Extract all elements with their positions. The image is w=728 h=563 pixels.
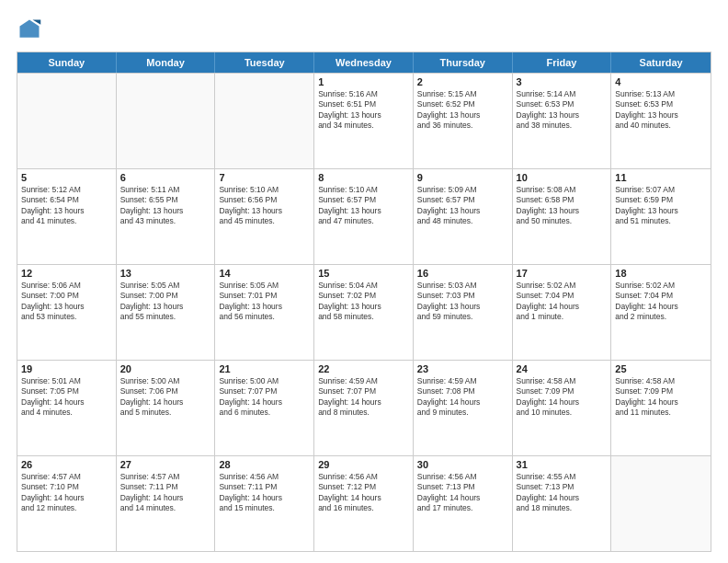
page: SundayMondayTuesdayWednesdayThursdayFrid… <box>0 0 728 563</box>
day-number: 10 <box>517 172 608 183</box>
cell-text: Sunrise: 5:05 AMSunset: 7:00 PMDaylight:… <box>120 281 211 323</box>
calendar-row-3: 19Sunrise: 5:01 AMSunset: 7:05 PMDayligh… <box>17 360 711 455</box>
cell-text: Sunrise: 4:58 AMSunset: 7:09 PMDaylight:… <box>615 376 707 419</box>
calendar-cell: 19Sunrise: 5:01 AMSunset: 7:05 PMDayligh… <box>17 361 117 455</box>
calendar-cell: 7Sunrise: 5:10 AMSunset: 6:56 PMDaylight… <box>215 169 314 264</box>
calendar-cell: 26Sunrise: 4:57 AMSunset: 7:10 PMDayligh… <box>17 456 117 551</box>
cell-text: Sunrise: 5:12 AMSunset: 6:54 PMDaylight:… <box>21 185 112 227</box>
calendar-cell: 17Sunrise: 5:02 AMSunset: 7:04 PMDayligh… <box>513 265 612 360</box>
day-number: 25 <box>615 363 707 374</box>
logo-icon <box>17 17 42 42</box>
svg-marker-0 <box>20 20 40 38</box>
calendar-cell <box>611 456 711 551</box>
day-number: 9 <box>417 172 508 183</box>
cell-text: Sunrise: 5:07 AMSunset: 6:59 PMDaylight:… <box>615 185 707 227</box>
calendar-header-wednesday: Wednesday <box>314 52 414 73</box>
calendar-header-saturday: Saturday <box>611 52 711 73</box>
day-number: 14 <box>219 268 310 279</box>
calendar-cell <box>215 74 314 168</box>
cell-text: Sunrise: 4:59 AMSunset: 7:08 PMDaylight:… <box>417 376 508 419</box>
day-number: 7 <box>219 172 310 183</box>
day-number: 22 <box>318 363 409 374</box>
day-number: 1 <box>318 76 409 87</box>
calendar-cell: 15Sunrise: 5:04 AMSunset: 7:02 PMDayligh… <box>314 265 414 360</box>
calendar: SundayMondayTuesdayWednesdayThursdayFrid… <box>17 52 711 552</box>
cell-text: Sunrise: 4:58 AMSunset: 7:09 PMDaylight:… <box>517 376 608 419</box>
cell-text: Sunrise: 4:55 AMSunset: 7:13 PMDaylight:… <box>517 472 608 514</box>
day-number: 11 <box>615 172 707 183</box>
calendar-row-2: 12Sunrise: 5:06 AMSunset: 7:00 PMDayligh… <box>17 264 711 360</box>
calendar-cell: 28Sunrise: 4:56 AMSunset: 7:11 PMDayligh… <box>215 456 314 551</box>
cell-text: Sunrise: 5:06 AMSunset: 7:00 PMDaylight:… <box>21 281 112 323</box>
day-number: 12 <box>21 268 112 279</box>
day-number: 24 <box>517 363 608 374</box>
day-number: 28 <box>219 459 310 470</box>
calendar-cell: 1Sunrise: 5:16 AMSunset: 6:51 PMDaylight… <box>314 74 414 168</box>
day-number: 16 <box>417 268 508 279</box>
calendar-row-0: 1Sunrise: 5:16 AMSunset: 6:51 PMDaylight… <box>17 73 711 168</box>
cell-text: Sunrise: 5:00 AMSunset: 7:07 PMDaylight:… <box>219 376 310 419</box>
calendar-header-tuesday: Tuesday <box>215 52 314 73</box>
day-number: 27 <box>120 459 211 470</box>
calendar-cell: 14Sunrise: 5:05 AMSunset: 7:01 PMDayligh… <box>215 265 314 360</box>
day-number: 29 <box>318 459 409 470</box>
cell-text: Sunrise: 5:02 AMSunset: 7:04 PMDaylight:… <box>517 281 608 323</box>
cell-text: Sunrise: 5:13 AMSunset: 6:53 PMDaylight:… <box>615 89 707 132</box>
calendar-cell: 23Sunrise: 4:59 AMSunset: 7:08 PMDayligh… <box>414 361 513 455</box>
calendar-cell: 3Sunrise: 5:14 AMSunset: 6:53 PMDaylight… <box>513 74 612 168</box>
calendar-cell: 12Sunrise: 5:06 AMSunset: 7:00 PMDayligh… <box>17 265 117 360</box>
cell-text: Sunrise: 5:02 AMSunset: 7:04 PMDaylight:… <box>615 281 707 323</box>
calendar-cell: 13Sunrise: 5:05 AMSunset: 7:00 PMDayligh… <box>117 265 216 360</box>
calendar-cell <box>117 74 216 168</box>
day-number: 31 <box>517 459 608 470</box>
cell-text: Sunrise: 5:08 AMSunset: 6:58 PMDaylight:… <box>517 185 608 227</box>
calendar-cell: 9Sunrise: 5:09 AMSunset: 6:57 PMDaylight… <box>414 169 513 264</box>
day-number: 17 <box>517 268 608 279</box>
calendar-cell: 20Sunrise: 5:00 AMSunset: 7:06 PMDayligh… <box>117 361 216 455</box>
cell-text: Sunrise: 5:03 AMSunset: 7:03 PMDaylight:… <box>417 281 508 323</box>
cell-text: Sunrise: 4:59 AMSunset: 7:07 PMDaylight:… <box>318 376 409 419</box>
day-number: 20 <box>120 363 211 374</box>
calendar-body: 1Sunrise: 5:16 AMSunset: 6:51 PMDaylight… <box>17 73 711 551</box>
calendar-header-monday: Monday <box>117 52 216 73</box>
cell-text: Sunrise: 5:05 AMSunset: 7:01 PMDaylight:… <box>219 281 310 323</box>
calendar-cell: 18Sunrise: 5:02 AMSunset: 7:04 PMDayligh… <box>611 265 711 360</box>
cell-text: Sunrise: 5:14 AMSunset: 6:53 PMDaylight:… <box>517 89 608 132</box>
calendar-cell: 24Sunrise: 4:58 AMSunset: 7:09 PMDayligh… <box>513 361 612 455</box>
cell-text: Sunrise: 4:56 AMSunset: 7:13 PMDaylight:… <box>417 472 508 514</box>
calendar-cell <box>17 74 117 168</box>
day-number: 8 <box>318 172 409 183</box>
calendar-cell: 5Sunrise: 5:12 AMSunset: 6:54 PMDaylight… <box>17 169 117 264</box>
cell-text: Sunrise: 5:09 AMSunset: 6:57 PMDaylight:… <box>417 185 508 227</box>
cell-text: Sunrise: 5:10 AMSunset: 6:57 PMDaylight:… <box>318 185 409 227</box>
calendar-cell: 10Sunrise: 5:08 AMSunset: 6:58 PMDayligh… <box>513 169 612 264</box>
cell-text: Sunrise: 4:57 AMSunset: 7:10 PMDaylight:… <box>21 472 112 514</box>
calendar-row-4: 26Sunrise: 4:57 AMSunset: 7:10 PMDayligh… <box>17 455 711 551</box>
calendar-cell: 11Sunrise: 5:07 AMSunset: 6:59 PMDayligh… <box>611 169 711 264</box>
calendar-cell: 6Sunrise: 5:11 AMSunset: 6:55 PMDaylight… <box>117 169 216 264</box>
calendar-cell: 4Sunrise: 5:13 AMSunset: 6:53 PMDaylight… <box>611 74 711 168</box>
cell-text: Sunrise: 4:56 AMSunset: 7:11 PMDaylight:… <box>219 472 310 514</box>
calendar-cell: 30Sunrise: 4:56 AMSunset: 7:13 PMDayligh… <box>414 456 513 551</box>
day-number: 13 <box>120 268 211 279</box>
calendar-cell: 16Sunrise: 5:03 AMSunset: 7:03 PMDayligh… <box>414 265 513 360</box>
calendar-header-row: SundayMondayTuesdayWednesdayThursdayFrid… <box>17 52 711 73</box>
day-number: 4 <box>615 76 707 87</box>
cell-text: Sunrise: 5:10 AMSunset: 6:56 PMDaylight:… <box>219 185 310 227</box>
day-number: 26 <box>21 459 112 470</box>
cell-text: Sunrise: 5:16 AMSunset: 6:51 PMDaylight:… <box>318 89 409 132</box>
day-number: 6 <box>120 172 211 183</box>
day-number: 2 <box>417 76 508 87</box>
cell-text: Sunrise: 5:04 AMSunset: 7:02 PMDaylight:… <box>318 281 409 323</box>
cell-text: Sunrise: 5:00 AMSunset: 7:06 PMDaylight:… <box>120 376 211 419</box>
day-number: 19 <box>21 363 112 374</box>
calendar-cell: 21Sunrise: 5:00 AMSunset: 7:07 PMDayligh… <box>215 361 314 455</box>
calendar-header-sunday: Sunday <box>17 52 117 73</box>
day-number: 18 <box>615 268 707 279</box>
day-number: 5 <box>21 172 112 183</box>
header <box>17 17 711 42</box>
calendar-header-thursday: Thursday <box>414 52 513 73</box>
cell-text: Sunrise: 4:57 AMSunset: 7:11 PMDaylight:… <box>120 472 211 514</box>
calendar-cell: 25Sunrise: 4:58 AMSunset: 7:09 PMDayligh… <box>611 361 711 455</box>
day-number: 3 <box>517 76 608 87</box>
